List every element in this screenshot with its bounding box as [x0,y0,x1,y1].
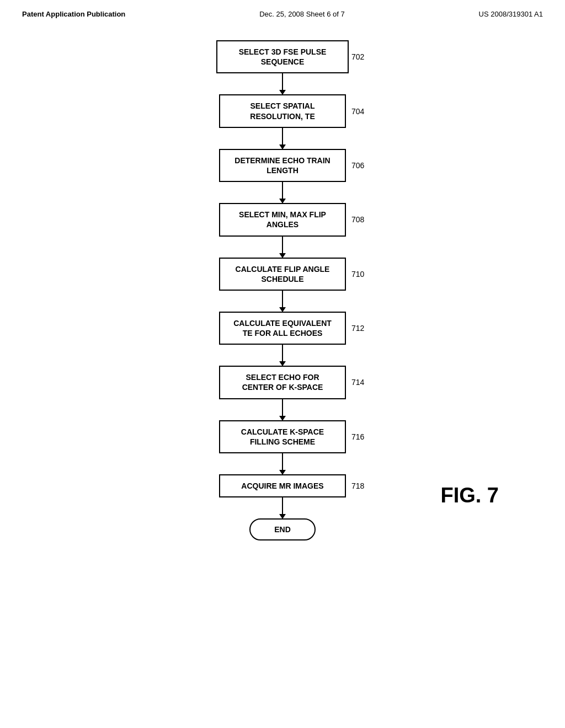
step-row-706: DETERMINE ECHO TRAINLENGTH 706 [0,149,565,182]
oval-end: END [249,518,316,540]
header-center: Dec. 25, 2008 Sheet 6 of 7 [259,10,345,18]
connector-9 [282,497,283,518]
box-712: CALCULATE EQUIVALENTTE FOR ALL ECHOES [219,312,346,345]
connector-6 [282,345,283,366]
label-718: 718 [351,481,364,490]
step-row-712: CALCULATE EQUIVALENTTE FOR ALL ECHOES 71… [0,312,565,345]
step-row-714: SELECT ECHO FORCENTER OF K-SPACE 714 [0,366,565,399]
header-left: Patent Application Publication [22,10,125,18]
box-716: CALCULATE K-SPACEFILLING SCHEME [219,420,346,453]
box-708: SELECT MIN, MAX FLIPANGLES [219,203,346,236]
label-716: 716 [351,432,364,441]
connector-1 [282,73,283,94]
label-706: 706 [351,161,364,170]
label-702: 702 [351,52,364,61]
label-714: 714 [351,378,364,387]
box-718: ACQUIRE MR IMAGES [219,474,346,497]
box-706: DETERMINE ECHO TRAINLENGTH [219,149,346,182]
step-row-716: CALCULATE K-SPACEFILLING SCHEME 716 [0,420,565,453]
step-row-end: END [0,518,565,540]
box-710: CALCULATE FLIP ANGLESCHEDULE [219,258,346,291]
connector-8 [282,453,283,474]
connector-2 [282,128,283,149]
box-702: SELECT 3D FSE PULSE SEQUENCE [216,40,349,73]
label-710: 710 [351,270,364,279]
box-714: SELECT ECHO FORCENTER OF K-SPACE [219,366,346,399]
fig-label: FIG. 7 [440,484,499,507]
page-header: Patent Application Publication Dec. 25, … [0,0,565,24]
connector-3 [282,182,283,203]
diagram-container: SELECT 3D FSE PULSE SEQUENCE 702 SELECT … [0,24,565,540]
label-704: 704 [351,107,364,116]
step-row-708: SELECT MIN, MAX FLIPANGLES 708 [0,203,565,236]
connector-5 [282,291,283,312]
label-712: 712 [351,324,364,333]
connector-4 [282,237,283,258]
connector-7 [282,399,283,420]
step-row-704: SELECT SPATIALRESOLUTION, TE 704 [0,94,565,127]
flow-wrapper: SELECT 3D FSE PULSE SEQUENCE 702 SELECT … [0,40,565,540]
box-704: SELECT SPATIALRESOLUTION, TE [219,94,346,127]
step-row-702: SELECT 3D FSE PULSE SEQUENCE 702 [0,40,565,73]
step-row-710: CALCULATE FLIP ANGLESCHEDULE 710 [0,258,565,291]
header-right: US 2008/319301 A1 [479,10,543,18]
label-708: 708 [351,215,364,224]
